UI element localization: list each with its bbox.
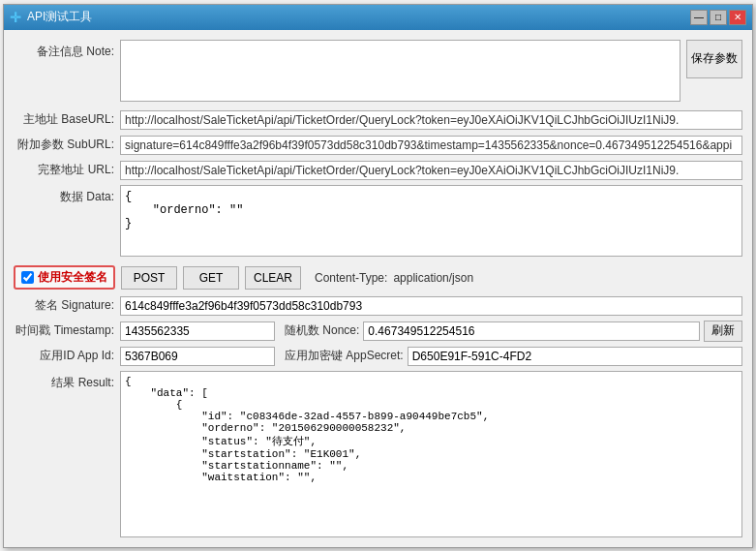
appid-label: 应用ID App Id: xyxy=(14,348,120,364)
sub-url-value: signature=614c849fffe3a2f96b4f39f0573dd5… xyxy=(120,136,742,155)
minimize-button[interactable]: — xyxy=(690,10,708,25)
full-url-value: http://localhost/SaleTicketApi/api/Ticke… xyxy=(120,161,742,180)
content-type-label: Content-Type: xyxy=(315,271,387,285)
main-window: ✛ API测试工具 — □ ✕ 备注信息 Note: 保存参数 主地址 Base… xyxy=(3,4,753,548)
note-label: 备注信息 Note: xyxy=(14,40,120,60)
result-container xyxy=(120,371,742,537)
maximize-button[interactable]: □ xyxy=(710,10,727,25)
action-row: 使用安全签名 POST GET CLEAR Content-Type: appl… xyxy=(14,264,742,291)
appsecret-label: 应用加密键 AppSecret: xyxy=(285,348,404,364)
use-sign-checkbox[interactable] xyxy=(21,271,34,284)
app-icon: ✛ xyxy=(10,10,21,25)
timestamp-nonce-row: 时间戳 Timestamp: 随机数 Nonce: 刷新 xyxy=(14,321,742,342)
result-row: 结果 Result: xyxy=(14,371,742,537)
content-type-value: application/json xyxy=(393,271,473,285)
use-sign-label[interactable]: 使用安全签名 xyxy=(14,265,115,290)
nonce-label: 随机数 Nonce: xyxy=(285,322,359,339)
signature-label: 签名 Signature: xyxy=(14,297,120,314)
clear-button[interactable]: CLEAR xyxy=(245,266,301,290)
use-sign-text: 使用安全签名 xyxy=(38,269,107,286)
base-url-row: 主地址 BaseURL: http://localhost/SaleTicket… xyxy=(14,109,742,131)
title-bar-buttons: — □ ✕ xyxy=(690,10,746,25)
close-button[interactable]: ✕ xyxy=(729,10,746,25)
sub-url-row: 附加参数 SubURL: signature=614c849fffe3a2f96… xyxy=(14,135,742,156)
appsecret-input[interactable] xyxy=(408,347,742,366)
full-url-row: 完整地址 URL: http://localhost/SaleTicketApi… xyxy=(14,160,742,181)
title-bar: ✛ API测试工具 — □ ✕ xyxy=(4,5,752,30)
result-textarea[interactable] xyxy=(120,371,742,537)
sub-url-label: 附加参数 SubURL: xyxy=(14,137,120,153)
form-content: 备注信息 Note: 保存参数 主地址 BaseURL: http://loca… xyxy=(4,30,752,547)
full-url-label: 完整地址 URL: xyxy=(14,162,120,178)
signature-row: 签名 Signature: xyxy=(14,295,742,317)
signature-input[interactable] xyxy=(120,296,742,316)
window-title: API测试工具 xyxy=(27,9,92,25)
timestamp-input[interactable] xyxy=(120,321,275,341)
result-label: 结果 Result: xyxy=(14,371,120,391)
title-bar-left: ✛ API测试工具 xyxy=(10,9,92,25)
save-params-button[interactable]: 保存参数 xyxy=(686,40,742,78)
data-row: 数据 Data: xyxy=(14,185,742,260)
appid-input[interactable] xyxy=(120,347,275,366)
get-button[interactable]: GET xyxy=(183,266,239,290)
note-textarea[interactable] xyxy=(120,40,680,102)
timestamp-label: 时间戳 Timestamp: xyxy=(14,322,120,339)
note-area-container: 保存参数 xyxy=(120,40,742,102)
base-url-label: 主地址 BaseURL: xyxy=(14,111,120,128)
data-textarea[interactable] xyxy=(120,185,742,257)
app-row: 应用ID App Id: 应用加密键 AppSecret: xyxy=(14,346,742,367)
post-button[interactable]: POST xyxy=(121,266,177,290)
note-row: 备注信息 Note: 保存参数 xyxy=(14,40,742,106)
nonce-input[interactable] xyxy=(363,321,700,341)
refresh-button[interactable]: 刷新 xyxy=(704,321,742,342)
data-label: 数据 Data: xyxy=(14,185,120,205)
base-url-value: http://localhost/SaleTicketApi/api/Ticke… xyxy=(120,110,742,130)
